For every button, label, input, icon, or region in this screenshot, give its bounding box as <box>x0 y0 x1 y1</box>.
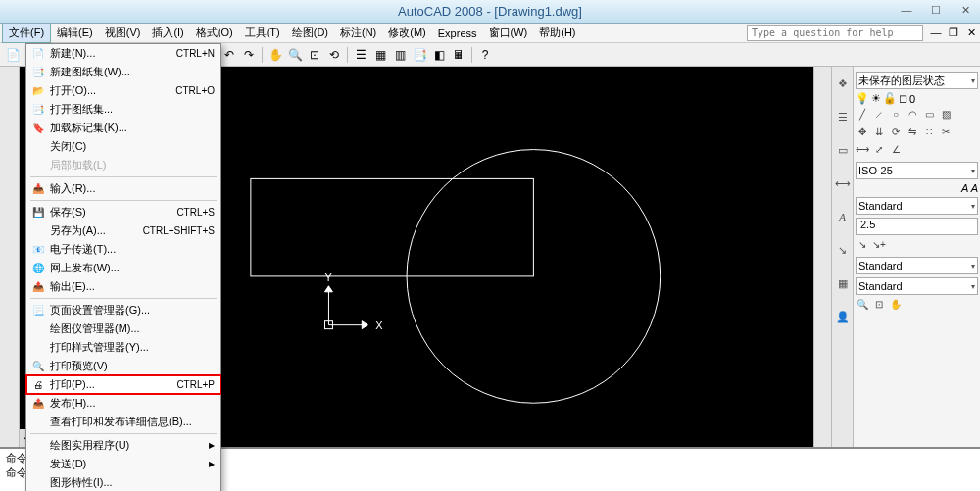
maximize-button[interactable]: ☐ <box>921 0 951 20</box>
redo-icon[interactable]: ↷ <box>240 46 258 64</box>
menu-view[interactable]: 视图(V) <box>99 24 147 42</box>
text-style-select[interactable]: Standard <box>856 197 978 215</box>
menu-insert[interactable]: 插入(I) <box>146 24 189 42</box>
menu-item[interactable]: 🔍打印预览(V) <box>26 357 220 375</box>
doc-restore-icon[interactable]: ❐ <box>947 26 960 40</box>
menu-item[interactable]: 📤发布(H)... <box>26 394 220 413</box>
rect-icon[interactable]: ▭ <box>922 109 936 123</box>
menu-item-label: 网上发布(W)... <box>50 261 120 275</box>
text-icon[interactable]: A <box>834 208 852 225</box>
menu-item[interactable]: 📄新建(N)...CTRL+N <box>26 44 220 63</box>
menu-item[interactable]: 📥输入(R)... <box>26 179 220 198</box>
help-search-input[interactable] <box>747 25 923 41</box>
properties-palette-icon[interactable]: ☰ <box>834 108 852 125</box>
menu-dimension[interactable]: 标注(N) <box>334 24 382 42</box>
dim-aligned-icon[interactable]: ⤢ <box>872 144 886 158</box>
menu-item[interactable]: 绘图仪管理器(M)... <box>26 319 220 338</box>
menu-file[interactable]: 文件(F) <box>2 23 51 43</box>
doc-minimize-icon[interactable]: — <box>929 26 943 40</box>
layer-state-select[interactable]: 未保存的图层状态 <box>856 72 978 89</box>
undo-icon[interactable]: ↶ <box>220 46 238 64</box>
dim-linear-icon[interactable]: ⟷ <box>856 144 869 158</box>
menu-window[interactable]: 窗口(W) <box>483 24 534 42</box>
menu-item-shortcut: CTRL+P <box>176 379 215 390</box>
pline-icon[interactable]: ⟋ <box>872 109 886 123</box>
circle-icon[interactable]: ○ <box>889 109 903 123</box>
zoom-window-icon[interactable]: ⊡ <box>306 46 323 64</box>
menu-item-shortcut: CTRL+S <box>176 207 215 218</box>
menu-modify[interactable]: 修改(M) <box>382 24 432 42</box>
menu-draw[interactable]: 绘图(D) <box>286 24 334 42</box>
markup-icon[interactable]: ◧ <box>430 46 448 64</box>
menu-item[interactable]: 💾保存(S)CTRL+S <box>26 203 220 221</box>
mirror-icon[interactable]: ⇋ <box>906 126 919 140</box>
menu-item[interactable]: 🖨打印(P)...CTRL+P <box>26 375 220 394</box>
menu-item-label: 加载标记集(K)... <box>50 121 127 135</box>
scrollbar-vertical[interactable] <box>813 67 831 447</box>
tool-palette-icon[interactable]: ▥ <box>391 46 409 64</box>
minimize-button[interactable]: — <box>892 0 921 20</box>
menu-item[interactable]: 绘图实用程序(U)▶ <box>26 436 220 455</box>
copy2-icon[interactable]: ⇊ <box>872 126 886 140</box>
hatch-icon[interactable]: ▨ <box>939 109 953 123</box>
close-button[interactable]: ✕ <box>951 0 980 20</box>
menu-edit[interactable]: 编辑(E) <box>51 24 99 42</box>
mleader-add-icon[interactable]: ↘+ <box>872 239 886 253</box>
mleader-icon[interactable]: ↘ <box>856 239 869 253</box>
zoom-prev-icon[interactable]: ⟲ <box>325 46 343 64</box>
properties-icon[interactable]: ☰ <box>352 46 369 64</box>
menu-item[interactable]: 打印样式管理器(Y)... <box>26 338 220 357</box>
menu-item[interactable]: 发送(D)▶ <box>26 455 220 473</box>
array-icon[interactable]: ∷ <box>922 126 936 140</box>
menu-item-shortcut: CTRL+O <box>175 85 215 96</box>
calc-icon[interactable]: 🖩 <box>450 46 467 64</box>
dim-icon[interactable]: ⟷ <box>834 174 852 192</box>
zoom-icon[interactable]: 🔍 <box>286 46 304 64</box>
menu-item[interactable]: 📃页面设置管理器(G)... <box>26 301 220 319</box>
new-icon[interactable]: 📄 <box>4 46 22 64</box>
pan2-icon[interactable]: ✋ <box>889 299 903 313</box>
leader-icon[interactable]: ↘ <box>834 241 852 259</box>
menu-format[interactable]: 格式(O) <box>190 24 239 42</box>
menu-express[interactable]: Express <box>432 25 483 41</box>
menu-item[interactable]: 📤输出(E)... <box>26 277 220 296</box>
layers-icon[interactable]: ❖ <box>834 74 852 92</box>
zoom-all-icon[interactable]: ⊡ <box>872 299 886 313</box>
menu-item[interactable]: 查看打印和发布详细信息(B)... <box>26 413 220 431</box>
table-icon[interactable]: ▦ <box>834 274 852 292</box>
trim-icon[interactable]: ✂ <box>939 126 953 140</box>
zoom-realtime-icon[interactable]: 🔍 <box>856 299 869 313</box>
menu-help[interactable]: 帮助(H) <box>533 24 581 42</box>
menu-item-label: 输出(E)... <box>50 279 95 294</box>
user-icon[interactable]: 👤 <box>834 308 852 325</box>
pan-icon[interactable]: ✋ <box>267 46 284 64</box>
doc-close-icon[interactable]: ✕ <box>964 26 978 40</box>
menu-item-label: 关闭(C) <box>50 139 86 154</box>
dim-angular-icon[interactable]: ∠ <box>889 144 903 158</box>
table-style-select[interactable]: Standard <box>856 277 978 295</box>
menu-item[interactable]: 另存为(A)...CTRL+SHIFT+S <box>26 221 220 240</box>
text-height-input[interactable]: 2.5 <box>856 218 978 235</box>
design-center-icon[interactable]: ▦ <box>371 46 389 64</box>
menu-item[interactable]: 🔖加载标记集(K)... <box>26 119 220 137</box>
menu-tools[interactable]: 工具(T) <box>239 24 286 42</box>
move-icon[interactable]: ✥ <box>856 126 869 140</box>
menu-item[interactable]: 📧电子传递(T)... <box>26 240 220 259</box>
dim-style-select[interactable]: ISO-25 <box>856 162 978 179</box>
menu-item[interactable]: 📑打开图纸集... <box>26 100 220 119</box>
sheet-set-icon[interactable]: 📑 <box>411 46 428 64</box>
menu-item[interactable]: 📑新建图纸集(W)... <box>26 63 220 81</box>
menu-item[interactable]: 图形特性(I)... <box>26 473 220 491</box>
arc-icon[interactable]: ◠ <box>906 109 919 123</box>
help-icon[interactable]: ? <box>476 46 494 64</box>
mleader-style-select[interactable]: Standard <box>856 257 978 274</box>
line-icon[interactable]: ╱ <box>856 109 869 123</box>
leader-tools-row: ↘ ↘+ <box>856 239 978 253</box>
modify-tools-row: ✥ ⇊ ⟳ ⇋ ∷ ✂ <box>856 126 978 140</box>
menu-item[interactable]: 🌐网上发布(W)... <box>26 259 220 277</box>
menu-item[interactable]: 关闭(C) <box>26 137 220 156</box>
rotate-icon[interactable]: ⟳ <box>889 126 903 140</box>
menu-item[interactable]: 📂打开(O)...CTRL+O <box>26 81 220 100</box>
blocks-icon[interactable]: ▭ <box>834 141 852 159</box>
menu-item-icon: 🖨 <box>30 377 46 393</box>
